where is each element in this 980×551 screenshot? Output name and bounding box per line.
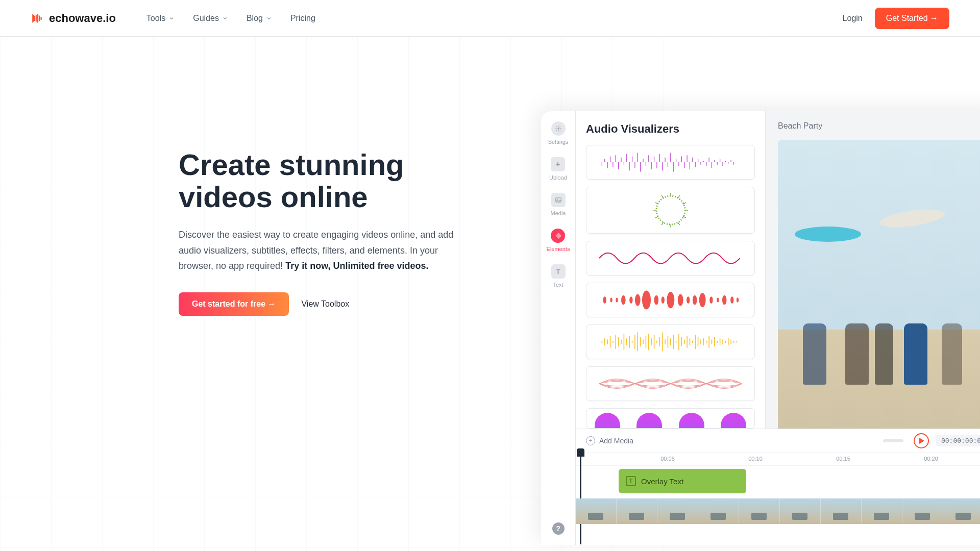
svg-point-74 (661, 296, 664, 304)
header: echowave.io Tools Guides Blog Pricing Lo… (0, 0, 980, 37)
svg-point-53 (656, 196, 685, 224)
svg-point-67 (610, 297, 612, 302)
brand-text: echowave.io (49, 12, 116, 25)
svg-point-82 (722, 295, 727, 305)
text-icon: T (551, 264, 566, 279)
nav-tools[interactable]: Tools (146, 14, 175, 23)
logo[interactable]: echowave.io (31, 12, 116, 25)
visualizer-waveform[interactable] (586, 324, 755, 359)
sidebar-item-settings[interactable]: Settings (548, 121, 569, 145)
play-button[interactable] (914, 433, 929, 448)
visualizer-dots[interactable] (586, 283, 755, 317)
sine-visualizer-icon (599, 246, 742, 270)
svg-point-84 (737, 297, 739, 302)
chevron-down-icon (168, 15, 175, 21)
svg-point-68 (616, 297, 618, 302)
svg-point-79 (699, 293, 705, 307)
overlay-text-clip[interactable]: T Overlay Text (619, 469, 746, 493)
get-started-free-button[interactable]: Get started for free → (179, 292, 289, 316)
svg-point-72 (642, 291, 651, 310)
circle-visualizer-icon (650, 190, 691, 231)
waveform-visualizer-icon (599, 330, 742, 354)
text-clip-icon: T (626, 476, 636, 486)
timeline-tracks[interactable]: T Overlay Text (576, 466, 980, 470)
view-toolbox-link[interactable]: View Toolbox (301, 299, 349, 309)
svg-point-0 (557, 128, 559, 130)
svg-point-78 (693, 295, 697, 305)
nav-blog[interactable]: Blog (247, 14, 272, 23)
svg-line-58 (683, 216, 686, 218)
login-link[interactable]: Login (843, 14, 863, 23)
svg-point-70 (629, 296, 632, 304)
svg-line-55 (678, 195, 680, 198)
video-track[interactable] (576, 498, 980, 524)
help-icon[interactable]: ? (552, 522, 565, 535)
chevron-down-icon (266, 15, 272, 21)
chevron-down-icon (222, 15, 228, 21)
svg-point-83 (730, 296, 733, 304)
logo-icon (31, 12, 44, 25)
app-preview: Settings Upload Media Elements (541, 111, 980, 545)
svg-point-73 (654, 295, 658, 305)
nav-guides[interactable]: Guides (193, 14, 228, 23)
image-icon (551, 193, 566, 207)
dots-visualizer-icon (599, 288, 742, 312)
timeline-ruler[interactable]: 00:05 00:10 00:15 00:20 (576, 453, 980, 466)
svg-point-75 (667, 292, 674, 308)
multiwave-visualizer-icon (599, 372, 742, 395)
svg-point-80 (709, 296, 713, 304)
get-started-button[interactable]: Get Started → (875, 8, 949, 29)
nav-pricing[interactable]: Pricing (290, 14, 315, 23)
add-media-button[interactable]: + Add Media (586, 436, 633, 445)
timecode-display: 00:00:00:00 (936, 435, 980, 446)
svg-point-71 (635, 294, 641, 306)
sidebar-item-media[interactable]: Media (551, 193, 566, 216)
app-sidebar: Settings Upload Media Elements (541, 111, 576, 545)
hero-description: Discover the easiest way to create engag… (179, 227, 459, 274)
waveform-icon (551, 229, 565, 243)
drag-handle-icon[interactable] (883, 439, 903, 442)
plus-icon (551, 157, 565, 171)
svg-line-59 (678, 222, 680, 225)
sidebar-item-elements[interactable]: Elements (547, 229, 570, 252)
sidebar-item-text[interactable]: T Text (551, 264, 566, 288)
visualizer-humps[interactable] (586, 408, 755, 429)
timeline: + Add Media 00:00:00:00 00:05 00:10 00:1… (576, 429, 980, 545)
visualizer-multiwave[interactable] (586, 366, 755, 401)
svg-point-69 (621, 295, 626, 305)
svg-line-61 (662, 222, 664, 225)
panel-title: Audio Visualizers (586, 122, 755, 136)
bars-visualizer-icon (599, 151, 742, 174)
visualizer-bars[interactable] (586, 145, 755, 180)
plus-circle-icon: + (586, 436, 595, 445)
svg-point-66 (603, 296, 606, 304)
sidebar-item-upload[interactable]: Upload (549, 157, 567, 181)
hero-title: Create stunning videos online (179, 149, 444, 213)
visualizer-circle[interactable] (586, 187, 755, 234)
play-icon (919, 438, 924, 444)
visualizer-sine[interactable] (586, 241, 755, 276)
gear-icon (551, 121, 566, 136)
main-nav: Tools Guides Blog Pricing (146, 14, 315, 23)
svg-line-62 (655, 216, 658, 218)
preview-title: Beach Party (778, 121, 980, 131)
svg-point-77 (687, 296, 690, 304)
svg-point-76 (677, 294, 683, 306)
svg-point-81 (717, 297, 719, 302)
